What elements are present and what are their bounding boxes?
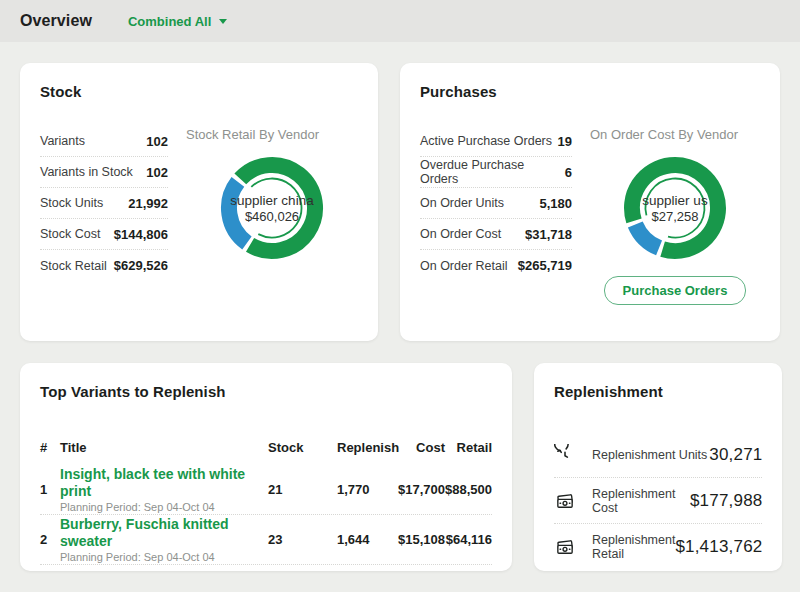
cash-icon [554, 490, 576, 512]
stat-row-variants-in-stock: Variants in Stock 102 [40, 157, 168, 188]
dashboard: Stock Variants 102 Variants in Stock 102… [0, 42, 800, 571]
replenishment-card: Replenishment Replenishment Units 30,271 [534, 363, 782, 571]
col-header-cost: Cost [395, 440, 445, 455]
on-order-cost-by-vendor-donut[interactable]: supplier us $27,258 [623, 156, 727, 260]
stock-card: Stock Variants 102 Variants in Stock 102… [20, 63, 378, 341]
planning-period: Planning Period: Sep 04-Oct 04 [60, 500, 268, 514]
purchases-card-title: Purchases [420, 83, 760, 100]
stat-row-stock-cost: Stock Cost $144,806 [40, 219, 168, 250]
history-icon [554, 444, 576, 466]
variant-link[interactable]: Insight, black tee with white print [60, 466, 268, 500]
col-header-replenish: Replenish [337, 440, 395, 455]
donut-chart-icon[interactable] [220, 156, 324, 260]
stat-row-stock-retail: Stock Retail $629,526 [40, 250, 168, 281]
stat-row-overdue-purchase-orders: Overdue Purchase Orders 6 [420, 157, 572, 188]
variant-link[interactable]: Burberry, Fuschia knitted sweater [60, 516, 268, 550]
donut-chart-icon[interactable] [623, 156, 727, 260]
replenishment-units-row: Replenishment Units 30,271 [554, 432, 762, 478]
scope-dropdown[interactable]: Combined All [128, 14, 227, 29]
stock-retail-by-vendor-donut[interactable]: supplier china $460,026 [220, 156, 324, 260]
chevron-down-icon [219, 19, 227, 24]
col-header-retail: Retail [445, 440, 492, 455]
stat-row-stock-units: Stock Units 21,992 [40, 188, 168, 219]
stock-chart-title: Stock Retail By Vendor [186, 126, 319, 144]
purchases-chart-title: On Order Cost By Vendor [590, 126, 738, 144]
top-variants-title: Top Variants to Replenish [40, 383, 492, 400]
cash-icon [554, 536, 576, 558]
planning-period: Planning Period: Sep 04-Oct 04 [60, 550, 268, 564]
variants-table-header: # Title Stock Replenish Cost Retail [40, 440, 492, 465]
purchase-orders-button[interactable]: Purchase Orders [604, 276, 747, 305]
stock-stats: Variants 102 Variants in Stock 102 Stock… [40, 126, 168, 281]
col-header-stock: Stock [268, 440, 337, 455]
top-variants-card: Top Variants to Replenish # Title Stock … [20, 363, 512, 571]
col-header-num: # [40, 440, 60, 455]
table-row[interactable]: 1 Insight, black tee with white print Pl… [40, 465, 492, 515]
stat-row-on-order-retail: On Order Retail $265,719 [420, 250, 572, 281]
purchases-card: Purchases Active Purchase Orders 19 Over… [400, 63, 780, 341]
replenishment-title: Replenishment [554, 383, 762, 400]
stock-card-title: Stock [40, 83, 358, 100]
replenishment-retail-row: Replenishment Retail $1,413,762 [554, 524, 762, 570]
purchases-stats: Active Purchase Orders 19 Overdue Purcha… [420, 126, 572, 305]
stat-row-on-order-cost: On Order Cost $31,718 [420, 219, 572, 250]
page-title: Overview [20, 12, 92, 30]
top-bar: Overview Combined All [0, 0, 800, 42]
stat-row-on-order-units: On Order Units 5,180 [420, 188, 572, 219]
stat-row-active-purchase-orders: Active Purchase Orders 19 [420, 126, 572, 157]
scope-dropdown-label: Combined All [128, 14, 211, 29]
stat-row-variants: Variants 102 [40, 126, 168, 157]
replenishment-cost-row: Replenishment Cost $177,988 [554, 478, 762, 524]
col-header-title: Title [60, 440, 268, 455]
table-row[interactable]: 2 Burberry, Fuschia knitted sweater Plan… [40, 515, 492, 565]
